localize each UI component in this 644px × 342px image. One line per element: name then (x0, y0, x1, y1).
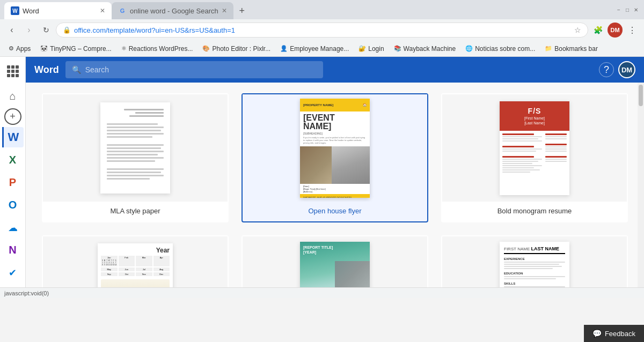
login-favicon: 🔐 (358, 45, 366, 52)
flyer-preview: [PROPERTY NAME] 🏠 [EVENTNAME] [SUBHEADIN… (243, 94, 427, 202)
photo-editor-favicon: 🎨 (202, 45, 210, 52)
app-container: ⌂ + W X P O ☁ N ✔ Word 🔍 (0, 57, 644, 287)
window-controls: − □ ✕ (611, 6, 644, 13)
back-button[interactable]: ‹ (4, 23, 19, 38)
feedback-label: Feedback (605, 330, 635, 338)
bookmarks-bar-favicon: 📁 (545, 45, 552, 52)
excel-icon: X (9, 154, 16, 166)
reactions-favicon: ⚛ (121, 45, 127, 52)
top-bar-actions: ? DM (599, 61, 635, 78)
bookmark-reactions[interactable]: ⚛ Reactions WordPres... (117, 44, 197, 54)
login-label: Login (368, 45, 384, 53)
bookmark-noticias[interactable]: 🌐 Noticias sobre com... (461, 44, 539, 54)
menu-button[interactable]: ⋮ (625, 23, 640, 38)
address-text: office.com/template/word?ui=en-US&rs=US&… (74, 26, 571, 34)
template-mla-paper[interactable]: MLA style paper (42, 93, 229, 222)
bookmarks-bar-label: Bookmarks bar (554, 45, 598, 53)
minimize-button[interactable]: − (615, 6, 623, 13)
address-bar-row: ‹ › ↻ 🔒 office.com/template/word?ui=en-U… (0, 19, 644, 41)
scrollbar-track[interactable] (638, 83, 644, 287)
bookmarks-bar: ⚙ Apps 🐼 TinyPNG – Compre... ⚛ Reactions… (0, 41, 644, 57)
bookmark-wayback[interactable]: 📚 Wayback Machine (390, 44, 460, 54)
bookmark-apps[interactable]: ⚙ Apps (4, 44, 35, 54)
employee-label: Employee Manage... (290, 45, 349, 53)
apps-favicon: ⚙ (9, 45, 14, 52)
powerpoint-icon: P (9, 176, 16, 189)
google-tab-close[interactable]: ✕ (222, 7, 227, 14)
apps-label: Apps (16, 45, 31, 53)
bookmark-photo-editor[interactable]: 🎨 Photo Editor : Pixlr... (198, 44, 275, 54)
star-icon[interactable]: ☆ (574, 26, 581, 34)
outlook-icon: O (9, 199, 17, 211)
sidebar-item-planner[interactable]: ✔ (2, 263, 24, 283)
sidebar-item-new[interactable]: + (4, 108, 21, 125)
search-bar[interactable]: 🔍 (65, 61, 323, 78)
template-bold-monogram-resume[interactable]: F/S [First Name] [Last Name] (441, 93, 628, 222)
bookmark-employee[interactable]: 👤 Employee Manage... (276, 44, 353, 54)
tinypng-label: TinyPNG – Compre... (50, 45, 111, 53)
word-app-icon: W (8, 130, 19, 144)
sidebar-item-onenote[interactable]: N (2, 240, 24, 261)
waffle-icon (7, 65, 19, 77)
tab-bar: W Word ✕ G online word - Google Search ✕… (0, 0, 644, 19)
help-button[interactable]: ? (599, 62, 614, 77)
resume2-preview: FIRST NAME LAST NAME EXPERIENCE EDUCATIO… (442, 236, 627, 287)
sidebar-item-outlook[interactable]: O (2, 195, 24, 215)
calendar-preview: Year JanSMTWTFS1234567891011121314 Feb M… (43, 236, 228, 287)
templates-grid: MLA style paper [PROPERTY NAME] 🏠 (42, 93, 628, 287)
onenote-icon: N (9, 244, 16, 256)
mla-label: MLA style paper (43, 202, 228, 221)
main-area: Word 🔍 ? DM (26, 57, 644, 287)
search-input[interactable] (85, 65, 317, 74)
onedrive-icon: ☁ (8, 222, 18, 234)
forward-button[interactable]: › (21, 23, 36, 38)
bookmark-tinypng[interactable]: 🐼 TinyPNG – Compre... (36, 44, 115, 54)
lock-icon: 🔒 (63, 26, 71, 34)
noticias-favicon: 🌐 (465, 45, 473, 52)
word-tab[interactable]: W Word ✕ (4, 2, 112, 19)
close-button[interactable]: ✕ (632, 6, 640, 13)
template-report[interactable]: [REPORT TITLE][YEAR] [COMPANY NAME (241, 235, 428, 287)
flyer-label: Open house flyer (243, 202, 427, 221)
resume-label: Bold monogram resume (442, 202, 627, 221)
templates-area: MLA style paper [PROPERTY NAME] 🏠 (26, 83, 644, 287)
new-icon: + (10, 111, 16, 122)
search-magnifier-icon: 🔍 (72, 65, 81, 74)
sidebar-item-onedrive[interactable]: ☁ (2, 218, 24, 238)
maximize-button[interactable]: □ (624, 6, 631, 13)
bookmark-login[interactable]: 🔐 Login (354, 44, 388, 54)
sidebar-item-word[interactable]: W (2, 127, 24, 147)
user-avatar[interactable]: DM (618, 61, 635, 78)
bookmark-bookmarks-bar[interactable]: 📁 Bookmarks bar (540, 44, 602, 54)
address-bar[interactable]: 🔒 office.com/template/word?ui=en-US&rs=U… (56, 23, 588, 38)
refresh-button[interactable]: ↻ (39, 23, 54, 38)
scrollbar-thumb[interactable] (639, 85, 643, 106)
google-tab[interactable]: G online word - Google Search ✕ (112, 2, 233, 19)
feedback-icon: 💬 (592, 329, 602, 338)
planner-icon: ✔ (9, 267, 17, 279)
profile-avatar[interactable]: DM (608, 23, 623, 38)
template-open-house-flyer[interactable]: [PROPERTY NAME] 🏠 [EVENTNAME] [SUBHEADIN… (241, 93, 428, 222)
browser-chrome: W Word ✕ G online word - Google Search ✕… (0, 0, 644, 57)
sidebar-item-waffle[interactable] (2, 61, 24, 81)
word-tab-close[interactable]: ✕ (100, 7, 105, 14)
template-birds-calendar[interactable]: Year JanSMTWTFS1234567891011121314 Feb M… (42, 235, 229, 287)
sidebar-item-excel[interactable]: X (2, 150, 24, 170)
content-area: MLA style paper [PROPERTY NAME] 🏠 (26, 83, 644, 287)
app-title: Word (34, 64, 59, 76)
sidebar-item-powerpoint[interactable]: P (2, 172, 24, 192)
home-icon: ⌂ (9, 90, 16, 102)
new-tab-button[interactable]: + (233, 2, 251, 19)
resume-preview: F/S [First Name] [Last Name] (442, 94, 627, 202)
wayback-favicon: 📚 (394, 45, 401, 52)
extensions-button[interactable]: 🧩 (590, 23, 605, 38)
reactions-label: Reactions WordPres... (129, 45, 193, 53)
browser-actions: 🧩 DM ⋮ (590, 23, 640, 38)
wayback-label: Wayback Machine (404, 45, 456, 53)
status-bar: javascript:void(0) (0, 287, 644, 298)
report-preview-area: [REPORT TITLE][YEAR] [COMPANY NAME (243, 236, 427, 287)
sidebar-item-home[interactable]: ⌂ (2, 86, 24, 106)
template-resume2[interactable]: FIRST NAME LAST NAME EXPERIENCE EDUCATIO… (441, 235, 628, 287)
feedback-button[interactable]: 💬 Feedback (584, 325, 644, 342)
photo-editor-label: Photo Editor : Pixlr... (212, 45, 270, 53)
